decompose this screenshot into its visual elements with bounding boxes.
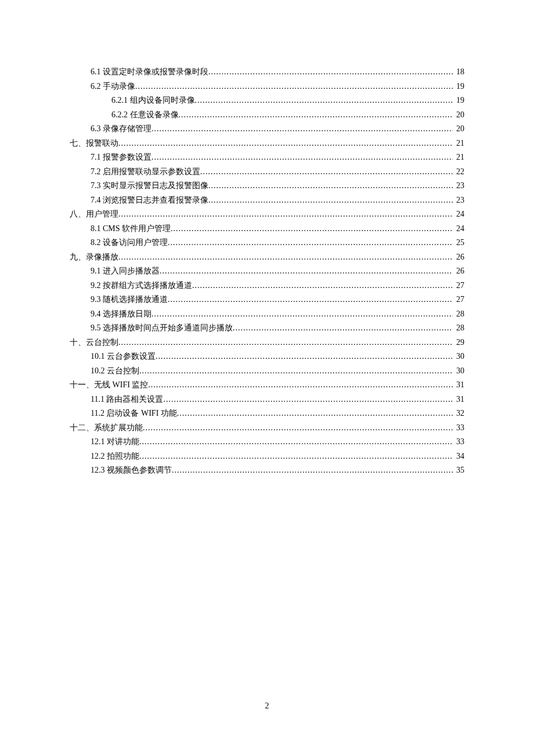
toc-entry[interactable]: 9.1 进入同步播放器26 [70,264,464,279]
toc-entry[interactable]: 10.1 云台参数设置30 [70,350,464,364]
toc-entry[interactable]: 12.3 视频颜色参数调节35 [70,463,464,478]
toc-entry-title: 6.1 设置定时录像或报警录像时段 [91,65,208,80]
toc-entry-leader [139,435,453,449]
toc-entry-page: 33 [453,421,464,435]
toc-entry-title: 6.3 录像存储管理 [91,122,151,136]
toc-entry-leader [151,122,453,136]
toc-entry-page: 19 [453,80,464,94]
toc-entry-leader [118,250,453,265]
toc-entry-page: 20 [453,108,464,123]
toc-entry-page: 26 [453,264,464,279]
toc-entry-leader [151,307,453,322]
toc-entry[interactable]: 7.3 实时显示报警日志及报警图像23 [70,179,464,193]
toc-entry[interactable]: 七、报警联动21 [70,136,464,151]
toc-entry-page: 26 [453,250,464,265]
toc-entry-page: 33 [453,435,464,449]
toc-entry[interactable]: 6.2 手动录像19 [70,80,464,94]
toc-entry-title: 八、用户管理 [70,207,118,222]
toc-entry-title: 6.2.1 组内设备同时录像 [111,93,195,108]
toc-entry-leader [171,222,453,236]
toc-entry[interactable]: 11.1 路由器相关设置31 [70,393,464,407]
toc-list: 6.1 设置定时录像或报警录像时段186.2 手动录像196.2.1 组内设备同… [70,65,464,478]
toc-entry-leader [118,207,453,222]
toc-entry-page: 23 [453,193,464,208]
toc-entry-leader [143,421,453,435]
toc-entry-title: 十、云台控制 [70,336,118,350]
toc-entry-title: 11.2 启动设备 WIFI 功能 [91,406,177,421]
toc-entry[interactable]: 八、用户管理24 [70,207,464,222]
toc-entry-page: 24 [453,222,464,236]
toc-entry-leader [168,293,453,307]
toc-entry-title: 10.2 云台控制 [91,364,139,379]
toc-entry-leader [208,65,453,80]
toc-entry-title: 12.1 对讲功能 [91,435,139,449]
toc-entry-page: 35 [453,463,464,478]
toc-entry-page: 23 [453,179,464,193]
toc-entry-page: 22 [453,165,464,179]
toc-entry-page: 28 [453,307,464,322]
toc-entry-page: 20 [453,122,464,136]
toc-entry-leader [208,179,453,193]
toc-entry[interactable]: 十、云台控制29 [70,336,464,350]
toc-entry-leader [156,350,453,364]
toc-entry-leader [195,93,453,108]
toc-entry-title: 10.1 云台参数设置 [91,350,156,364]
toc-entry[interactable]: 12.1 对讲功能33 [70,435,464,449]
toc-page: 6.1 设置定时录像或报警录像时段186.2 手动录像196.2.1 组内设备同… [0,0,534,478]
toc-entry[interactable]: 7.2 启用报警联动显示参数设置22 [70,165,464,179]
toc-entry[interactable]: 6.2.1 组内设备同时录像19 [70,93,464,108]
toc-entry-title: 9.2 按群组方式选择播放通道 [91,279,192,293]
toc-entry[interactable]: 7.1 报警参数设置21 [70,150,464,165]
toc-entry[interactable]: 12.2 拍照功能34 [70,449,464,464]
toc-entry-title: 8.1 CMS 软件用户管理 [91,222,171,236]
toc-entry-leader [148,378,453,393]
toc-entry-title: 7.4 浏览报警日志并查看报警录像 [91,193,208,208]
toc-entry[interactable]: 6.3 录像存储管理20 [70,122,464,136]
toc-entry-leader [118,336,453,350]
toc-entry-page: 29 [453,336,464,350]
toc-entry[interactable]: 十二、系统扩展功能33 [70,421,464,435]
toc-entry[interactable]: 8.1 CMS 软件用户管理24 [70,222,464,236]
toc-entry-page: 27 [453,279,464,293]
toc-entry[interactable]: 6.1 设置定时录像或报警录像时段18 [70,65,464,80]
toc-entry-leader [163,393,453,407]
toc-entry[interactable]: 9.3 随机选择播放通道27 [70,293,464,307]
toc-entry-leader [200,165,453,179]
toc-entry-leader [160,264,453,279]
toc-entry-title: 7.3 实时显示报警日志及报警图像 [91,179,208,193]
toc-entry-title: 8.2 设备访问用户管理 [91,236,168,250]
toc-entry-title: 九、录像播放 [70,250,118,265]
toc-entry-title: 十二、系统扩展功能 [70,421,143,435]
toc-entry-title: 十一、无线 WIFI 监控 [70,378,148,393]
toc-entry[interactable]: 7.4 浏览报警日志并查看报警录像23 [70,193,464,208]
toc-entry-page: 18 [453,65,464,80]
toc-entry-page: 24 [453,207,464,222]
toc-entry-leader [139,364,453,379]
toc-entry[interactable]: 6.2.2 任意设备录像20 [70,108,464,123]
toc-entry-leader [168,236,453,250]
toc-entry[interactable]: 九、录像播放26 [70,250,464,265]
toc-entry-page: 31 [453,393,464,407]
toc-entry-leader [177,406,453,421]
toc-entry-page: 28 [453,321,464,336]
toc-entry-page: 25 [453,236,464,250]
toc-entry-title: 6.2 手动录像 [91,80,135,94]
toc-entry-title: 9.5 选择播放时间点开始多通道同步播放 [91,321,233,336]
toc-entry-page: 32 [453,406,464,421]
toc-entry-page: 31 [453,378,464,393]
toc-entry[interactable]: 十一、无线 WIFI 监控31 [70,378,464,393]
toc-entry-title: 7.2 启用报警联动显示参数设置 [91,165,200,179]
toc-entry[interactable]: 10.2 云台控制30 [70,364,464,379]
toc-entry[interactable]: 9.5 选择播放时间点开始多通道同步播放28 [70,321,464,336]
toc-entry-title: 12.3 视频颜色参数调节 [91,463,172,478]
toc-entry-title: 12.2 拍照功能 [91,449,139,464]
toc-entry[interactable]: 9.2 按群组方式选择播放通道27 [70,279,464,293]
toc-entry[interactable]: 8.2 设备访问用户管理25 [70,236,464,250]
toc-entry[interactable]: 9.4 选择播放日期28 [70,307,464,322]
toc-entry-title: 6.2.2 任意设备录像 [111,108,179,123]
toc-entry[interactable]: 11.2 启动设备 WIFI 功能32 [70,406,464,421]
toc-entry-title: 9.1 进入同步播放器 [91,264,160,279]
toc-entry-page: 30 [453,364,464,379]
toc-entry-leader [192,279,453,293]
toc-entry-leader [135,80,453,94]
